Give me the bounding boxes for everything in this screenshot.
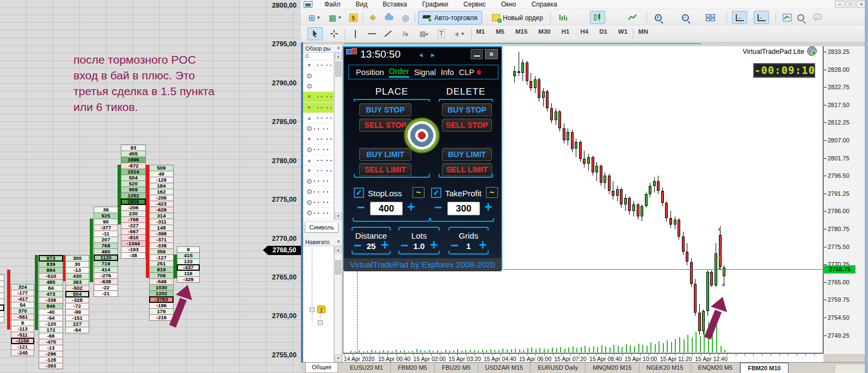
market-watch-row[interactable]: ▲ — [303, 156, 334, 166]
navigator-close-icon[interactable]: × — [337, 238, 340, 246]
zoom-in-button[interactable]: + — [650, 11, 666, 24]
market-watch-row[interactable] — [303, 82, 334, 92]
vertical-line-tool-button[interactable] — [348, 27, 362, 40]
market-watch-row[interactable]: ▼ — [303, 166, 334, 176]
tree-collapse-icon[interactable]: − — [310, 307, 315, 312]
search-button[interactable] — [794, 11, 807, 24]
indicators-button[interactable] — [779, 11, 795, 24]
vtp-place-sell-stop-button[interactable]: SELL STOP — [359, 119, 411, 132]
line-chart-button[interactable] — [625, 11, 640, 24]
minimize-button[interactable]: – — [835, 1, 845, 8]
crosshair-tool-button[interactable] — [327, 27, 342, 40]
chart-profiles-button[interactable]: ▦▼ — [325, 11, 345, 24]
equidistant-channel-tool-button[interactable]: ⫽E — [397, 27, 414, 40]
chart-tab-eusu20-m1[interactable]: EUSU20 M1 — [343, 363, 391, 373]
scroll-down-icon[interactable]: ▼ — [335, 213, 342, 220]
takeprofit-minus-button[interactable]: − — [434, 201, 442, 214]
stoploss-minus-button[interactable]: − — [357, 201, 365, 214]
vtp-title-bar[interactable]: 13:50:50 ◄ ► × — [344, 47, 501, 64]
chart-tab-fbm20-m5[interactable]: FBM20 M5 — [391, 363, 435, 373]
menu-Файл[interactable]: Файл — [317, 1, 348, 8]
chart-tab-usdzar-m15[interactable]: USDZAR M15 — [478, 363, 531, 373]
market-watch-row[interactable]: ▼ — [303, 60, 334, 71]
menu-Сервис[interactable]: Сервис — [456, 1, 494, 8]
market-watch-row[interactable]: ▲ — [303, 113, 334, 123]
market-watch-row[interactable] — [303, 197, 334, 208]
market-watch-row[interactable]: ▼ — [303, 92, 334, 102]
bars-chart-button[interactable] — [555, 11, 570, 24]
market-watch-row[interactable] — [303, 187, 334, 197]
distance-plus-button[interactable]: + — [381, 238, 389, 252]
expert-f-icon[interactable]: f — [317, 306, 325, 313]
bullseye-icon[interactable] — [404, 117, 440, 153]
scrollbar-thumb[interactable] — [335, 61, 341, 77]
vtp-tab-signal[interactable]: Signal — [414, 68, 436, 77]
arrow-shapes-tool-button[interactable]: ◈▼ — [451, 27, 469, 40]
tree-collapse-icon[interactable]: − — [318, 320, 323, 325]
maximize-button[interactable]: □ — [846, 1, 855, 8]
chart-tab-ngek20-m15[interactable]: NGEK20 M15 — [639, 363, 691, 373]
chart-tab-fbm20-m10[interactable]: FBM20 M10 — [740, 363, 789, 373]
menu-Вид[interactable]: Вид — [348, 1, 375, 8]
quotes-history-button[interactable]: ❖ — [366, 11, 380, 24]
web-cloud-button[interactable] — [382, 11, 396, 24]
menu-Справка[interactable]: Справка — [524, 1, 565, 8]
takeprofit-plus-button[interactable]: + — [484, 200, 493, 214]
auto-scroll-button[interactable]: → — [732, 11, 747, 24]
vtp-tab-info[interactable]: Info — [441, 68, 454, 77]
market-watch-row[interactable] — [303, 71, 334, 81]
stoploss-trailing-icon[interactable]: ~ — [413, 187, 424, 198]
market-watch-row[interactable] — [303, 176, 334, 186]
tile-windows-button[interactable] — [702, 11, 718, 24]
vtp-tab-clp[interactable]: CLP — [459, 68, 474, 77]
cursor-tool-button[interactable] — [307, 27, 323, 40]
market-watch-close-icon[interactable]: × — [337, 45, 340, 52]
candles-chart-button[interactable] — [590, 11, 605, 24]
vtp-close-button[interactable]: × — [485, 49, 498, 59]
stoploss-checkbox[interactable]: ✓ — [354, 188, 364, 198]
vtp-prev-icon[interactable]: ◄ — [418, 52, 424, 58]
tab-symbols[interactable]: Символь — [305, 223, 338, 233]
market-watch-row[interactable] — [303, 145, 334, 155]
takeprofit-checkbox[interactable]: ✓ — [431, 188, 441, 198]
vtp-place-buy-limit-button[interactable]: BUY LIMIT — [359, 148, 411, 161]
new-chart-button[interactable]: ⊞▼ — [305, 11, 324, 24]
market-watch-toggle-button[interactable]: $ — [346, 11, 360, 24]
timeframe-M1[interactable]: M1 — [473, 27, 488, 36]
vtp-delete-sell-stop-button[interactable]: SELL STOP — [442, 119, 492, 132]
scroll-up-icon[interactable]: ▲ — [335, 53, 342, 60]
vtp-place-buy-stop-button[interactable]: BUY STOP — [359, 103, 411, 116]
stoploss-plus-button[interactable]: + — [407, 200, 415, 214]
vtp-delete-buy-limit-button[interactable]: BUY LIMIT — [442, 148, 492, 161]
timeframe-M15[interactable]: M15 — [512, 27, 531, 36]
chart-tab-fbu20-m5[interactable]: FBU20 M5 — [435, 363, 478, 373]
market-watch-row[interactable] — [303, 123, 334, 134]
text-tool-button[interactable]: T — [434, 27, 448, 40]
timeframe-D1[interactable]: D1 — [596, 27, 611, 36]
menu-Графики[interactable]: Графики — [415, 1, 456, 8]
vtp-minimize-button[interactable] — [471, 49, 483, 59]
chart-tab-enqm20-m5[interactable]: ENQM20 M5 — [691, 363, 741, 373]
timeframe-M5[interactable]: M5 — [493, 27, 508, 36]
menu-Окно[interactable]: Окно — [494, 1, 524, 8]
timeframe-W1[interactable]: W1 — [615, 27, 631, 36]
horizontal-line-tool-button[interactable] — [365, 27, 379, 40]
chart-shift-button[interactable]: ← — [754, 11, 769, 24]
chart-tab-eurusd-daily[interactable]: EURUSD Daily — [531, 363, 586, 373]
market-watch-row[interactable] — [303, 208, 334, 218]
chat-button[interactable] — [810, 11, 824, 24]
scroll-up-icon[interactable]: ▲ — [335, 246, 342, 253]
takeprofit-value-input[interactable]: 300 — [447, 202, 480, 215]
timeframe-H1[interactable]: H1 — [558, 27, 573, 36]
grids-plus-button[interactable]: + — [479, 238, 487, 252]
menu-Вставка[interactable]: Вставка — [375, 1, 415, 8]
vtp-delete-buy-stop-button[interactable]: BUY STOP — [442, 103, 492, 116]
vtp-next-icon[interactable]: ► — [430, 52, 436, 58]
stoploss-value-input[interactable]: 400 — [370, 202, 403, 215]
market-watch-row[interactable]: ▼ — [303, 134, 334, 145]
vtp-tab-order[interactable]: Order — [389, 67, 409, 78]
price-axis[interactable]: 2833.252828.002822.752817.502812.252807.… — [824, 46, 868, 354]
timeframe-MN[interactable]: MN — [635, 27, 651, 36]
chart-tab-mnqm20-m15[interactable]: MNQM20 M15 — [586, 363, 639, 373]
vtp-tab-position[interactable]: Position — [356, 68, 384, 77]
